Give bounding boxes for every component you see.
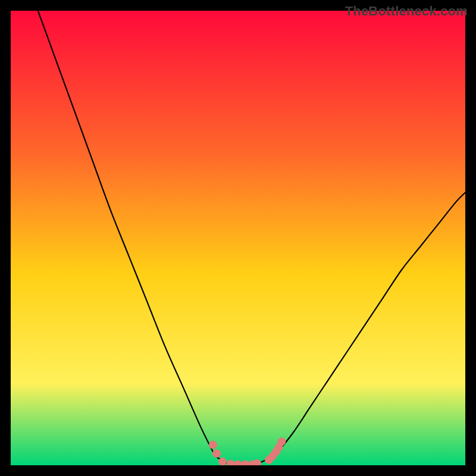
chart-frame: TheBottleneck.com xyxy=(0,0,476,476)
highlight-marker xyxy=(227,460,234,465)
chart-svg xyxy=(11,11,465,465)
plot-area xyxy=(11,11,465,465)
gradient-background xyxy=(11,11,465,465)
highlight-marker xyxy=(234,461,242,465)
highlight-marker xyxy=(278,438,286,446)
highlight-marker xyxy=(219,458,227,465)
highlight-marker xyxy=(253,459,261,465)
highlight-marker xyxy=(209,441,217,449)
highlight-marker xyxy=(213,450,221,458)
